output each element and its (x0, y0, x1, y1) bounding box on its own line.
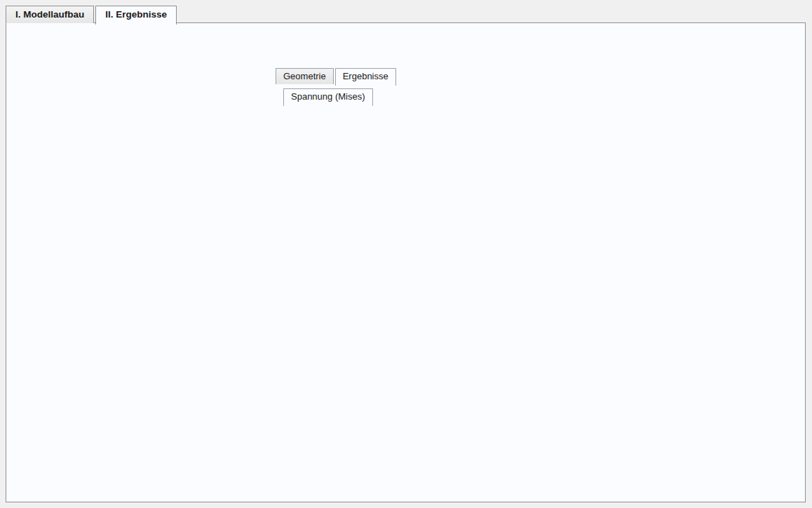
main-panel (6, 22, 806, 502)
result-tabstrip: Spannung (Mises) (283, 88, 374, 106)
viewer-tab-geometrie[interactable]: Geometrie (276, 68, 334, 84)
main-tabstrip: I. Modellaufbau II. Ergebnisse (6, 6, 178, 25)
tab-modellaufbau[interactable]: I. Modellaufbau (6, 6, 94, 23)
tab-ergebnisse[interactable]: II. Ergebnisse (95, 6, 177, 25)
tab-spannung-mises[interactable]: Spannung (Mises) (283, 88, 373, 106)
viewer-tab-ergebnisse[interactable]: Ergebnisse (335, 68, 396, 86)
viewer-tabstrip: Geometrie Ergebnisse (276, 68, 398, 86)
